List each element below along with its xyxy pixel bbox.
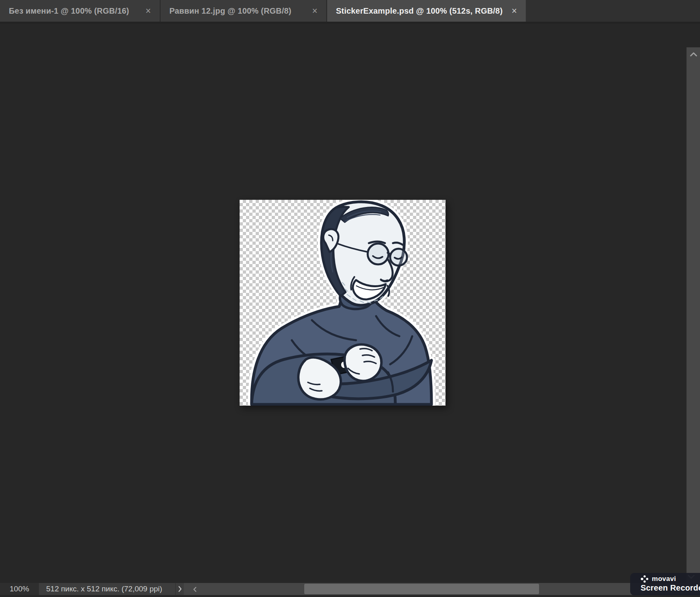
scroll-up-icon[interactable] <box>690 52 697 57</box>
window-bottom-edge <box>0 595 700 597</box>
movavi-logo-icon <box>641 575 649 583</box>
status-options-button[interactable] <box>175 583 184 595</box>
canvas-area[interactable] <box>0 24 700 583</box>
tab-title: StickerExample.psd @ 100% (512s, RGB/8) <box>336 6 503 16</box>
document-tab-bar: Без имени-1 @ 100% (RGB/16) × Раввин 12.… <box>0 0 700 22</box>
horizontal-scrollbar-thumb[interactable] <box>304 584 539 594</box>
tab-sticker-example[interactable]: StickerExample.psd @ 100% (512s, RGB/8) … <box>327 0 526 22</box>
chevron-right-icon <box>178 586 182 592</box>
document-canvas[interactable] <box>240 200 446 406</box>
tab-title: Раввин 12.jpg @ 100% (RGB/8) <box>169 6 291 16</box>
zoom-level-field[interactable]: 100% <box>10 583 29 595</box>
document-info: 512 пикс. x 512 пикс. (72,009 ppi) <box>39 583 175 595</box>
watermark-brand: movavi <box>652 575 676 583</box>
sticker-image <box>240 200 446 406</box>
scroll-left-icon[interactable] <box>193 587 197 592</box>
close-icon[interactable]: × <box>505 6 517 16</box>
tab-title: Без имени-1 @ 100% (RGB/16) <box>9 6 129 16</box>
tab-ravvin-12[interactable]: Раввин 12.jpg @ 100% (RGB/8) × <box>161 0 327 22</box>
movavi-watermark: movavi Screen Recorder <box>630 573 700 595</box>
horizontal-scrollbar[interactable] <box>184 583 700 595</box>
photoshop-window: Без имени-1 @ 100% (RGB/16) × Раввин 12.… <box>0 0 700 597</box>
watermark-product: Screen Recorder <box>641 583 700 593</box>
close-icon[interactable]: × <box>138 6 151 16</box>
close-icon[interactable]: × <box>305 6 317 16</box>
status-bar: 100% 512 пикс. x 512 пикс. (72,009 ppi) <box>0 583 700 595</box>
tab-untitled-1[interactable]: Без имени-1 @ 100% (RGB/16) × <box>0 0 161 22</box>
vertical-scrollbar[interactable] <box>686 47 700 597</box>
